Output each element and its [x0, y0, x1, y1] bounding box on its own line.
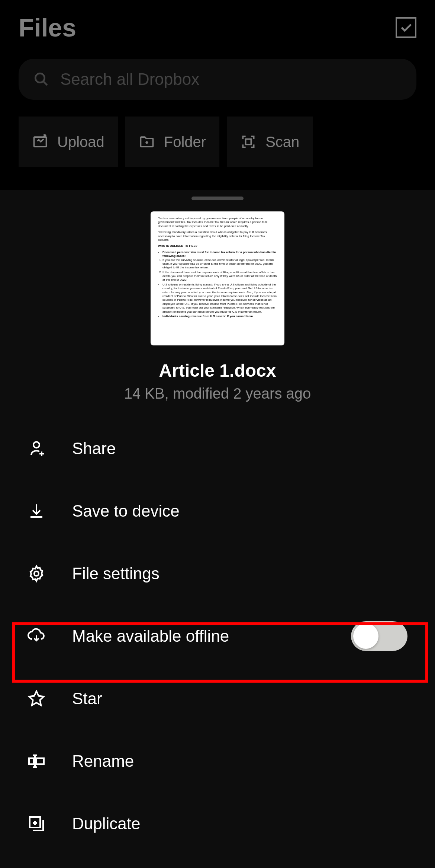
drag-handle[interactable] [191, 197, 244, 200]
offline-item[interactable]: Make available offline [0, 605, 435, 667]
page-title: Files [19, 13, 76, 42]
settings-label: File settings [72, 564, 407, 583]
cloud-download-icon [28, 627, 45, 645]
upload-label: Upload [57, 134, 104, 150]
upload-icon [32, 134, 48, 150]
search-icon [33, 71, 49, 87]
menu-list: Share Save to device File settings Make … [0, 417, 435, 855]
star-icon [28, 690, 45, 708]
share-item[interactable]: Share [0, 417, 435, 480]
bottom-sheet: Tax is a compulsory cut imposed by gover… [0, 190, 435, 868]
svg-point-3 [34, 571, 39, 576]
gear-icon [28, 565, 45, 583]
search-input[interactable]: Search all Dropbox [19, 59, 416, 100]
header: Files [19, 13, 416, 42]
scan-label: Scan [265, 134, 299, 150]
star-label: Star [72, 689, 407, 708]
file-name: Article 1.docx [159, 360, 276, 381]
file-thumbnail[interactable]: Tax is a compulsory cut imposed by gover… [151, 211, 284, 345]
action-buttons: Upload Folder Scan [19, 117, 416, 167]
scan-button[interactable]: Scan [227, 117, 313, 167]
svg-rect-2 [246, 139, 251, 145]
offline-label: Make available offline [72, 627, 351, 645]
rename-item[interactable]: Rename [0, 730, 435, 792]
settings-item[interactable]: File settings [0, 542, 435, 605]
folder-plus-icon [139, 134, 155, 150]
rename-icon [28, 752, 45, 770]
download-icon [28, 502, 45, 520]
save-label: Save to device [72, 502, 407, 520]
folder-label: Folder [164, 134, 206, 150]
folder-button[interactable]: Folder [125, 117, 219, 167]
file-preview: Tax is a compulsory cut imposed by gover… [19, 211, 416, 417]
svg-rect-5 [36, 758, 44, 764]
share-icon [28, 440, 45, 457]
search-placeholder: Search all Dropbox [60, 70, 199, 89]
upload-button[interactable]: Upload [19, 117, 118, 167]
checkmark-icon [399, 20, 413, 35]
share-label: Share [72, 439, 407, 458]
star-item[interactable]: Star [0, 667, 435, 730]
rename-label: Rename [72, 752, 407, 770]
svg-point-0 [35, 73, 45, 83]
toggle-knob [353, 623, 378, 649]
duplicate-icon [28, 815, 45, 833]
save-item[interactable]: Save to device [0, 480, 435, 542]
select-mode-button[interactable] [396, 17, 416, 38]
offline-toggle[interactable] [351, 621, 407, 651]
scan-icon [240, 134, 257, 150]
background-dimmed: Files Search all Dropbox Upload Folder S… [0, 0, 435, 190]
duplicate-label: Duplicate [72, 814, 407, 833]
duplicate-item[interactable]: Duplicate [0, 792, 435, 855]
file-meta: 14 KB, modified 2 years ago [124, 385, 311, 402]
svg-rect-4 [29, 758, 33, 764]
